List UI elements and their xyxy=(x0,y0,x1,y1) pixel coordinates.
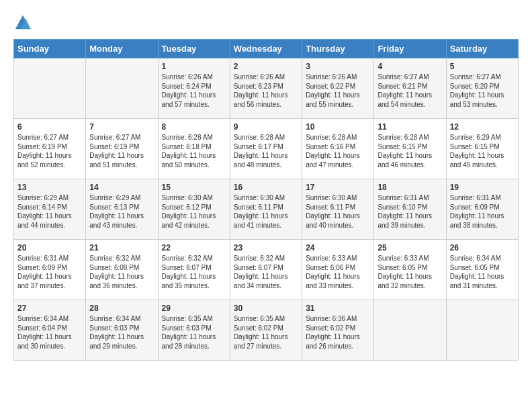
day-info: Sunrise: 6:36 AM Sunset: 6:02 PM Dayligh… xyxy=(306,314,370,351)
day-info: Sunrise: 6:32 AM Sunset: 6:07 PM Dayligh… xyxy=(234,254,298,290)
day-info: Sunrise: 6:30 AM Sunset: 6:12 PM Dayligh… xyxy=(162,193,226,230)
logo-icon xyxy=(13,13,32,32)
calendar-cell: 2Sunrise: 6:26 AM Sunset: 6:23 PM Daylig… xyxy=(230,58,302,119)
day-number: 6 xyxy=(17,122,82,132)
day-info: Sunrise: 6:31 AM Sunset: 6:09 PM Dayligh… xyxy=(17,254,82,290)
day-number: 27 xyxy=(17,304,82,313)
day-number: 14 xyxy=(89,183,154,192)
day-number: 16 xyxy=(234,183,298,192)
day-number: 20 xyxy=(17,243,82,253)
day-number: 23 xyxy=(234,243,298,253)
day-number: 24 xyxy=(306,243,370,253)
calendar-cell: 19Sunrise: 6:31 AM Sunset: 6:09 PM Dayli… xyxy=(446,179,518,240)
day-number: 25 xyxy=(378,243,442,253)
calendar-cell: 28Sunrise: 6:34 AM Sunset: 6:03 PM Dayli… xyxy=(86,300,158,361)
day-number: 19 xyxy=(450,183,515,192)
calendar-cell: 30Sunrise: 6:35 AM Sunset: 6:02 PM Dayli… xyxy=(230,300,302,361)
day-number: 11 xyxy=(378,122,442,132)
calendar-cell: 4Sunrise: 6:27 AM Sunset: 6:21 PM Daylig… xyxy=(374,58,446,119)
day-header-thursday: Thursday xyxy=(302,40,374,58)
day-info: Sunrise: 6:27 AM Sunset: 6:21 PM Dayligh… xyxy=(378,73,442,109)
day-info: Sunrise: 6:31 AM Sunset: 6:10 PM Dayligh… xyxy=(378,193,442,230)
day-header-monday: Monday xyxy=(86,40,158,58)
calendar-cell: 10Sunrise: 6:28 AM Sunset: 6:16 PM Dayli… xyxy=(302,119,374,179)
calendar-cell: 9Sunrise: 6:28 AM Sunset: 6:17 PM Daylig… xyxy=(230,119,302,179)
calendar-week-1: 1Sunrise: 6:26 AM Sunset: 6:24 PM Daylig… xyxy=(14,58,519,119)
day-info: Sunrise: 6:31 AM Sunset: 6:09 PM Dayligh… xyxy=(450,193,515,230)
day-number: 21 xyxy=(89,243,154,253)
calendar-cell: 14Sunrise: 6:29 AM Sunset: 6:13 PM Dayli… xyxy=(86,179,158,240)
day-info: Sunrise: 6:32 AM Sunset: 6:07 PM Dayligh… xyxy=(162,254,226,290)
calendar-cell: 26Sunrise: 6:34 AM Sunset: 6:05 PM Dayli… xyxy=(446,240,518,300)
day-number: 8 xyxy=(162,122,226,132)
calendar-cell: 15Sunrise: 6:30 AM Sunset: 6:12 PM Dayli… xyxy=(158,179,230,240)
calendar-cell: 7Sunrise: 6:27 AM Sunset: 6:19 PM Daylig… xyxy=(86,119,158,179)
day-header-tuesday: Tuesday xyxy=(158,40,230,58)
page-header xyxy=(13,13,519,32)
calendar-header-row: SundayMondayTuesdayWednesdayThursdayFrid… xyxy=(14,40,519,58)
calendar-cell: 16Sunrise: 6:30 AM Sunset: 6:11 PM Dayli… xyxy=(230,179,302,240)
calendar-cell: 21Sunrise: 6:32 AM Sunset: 6:08 PM Dayli… xyxy=(86,240,158,300)
day-info: Sunrise: 6:32 AM Sunset: 6:08 PM Dayligh… xyxy=(89,254,154,290)
day-number: 7 xyxy=(89,122,154,132)
day-number: 2 xyxy=(234,62,298,71)
calendar-cell: 8Sunrise: 6:28 AM Sunset: 6:18 PM Daylig… xyxy=(158,119,230,179)
calendar-cell: 17Sunrise: 6:30 AM Sunset: 6:11 PM Dayli… xyxy=(302,179,374,240)
calendar-cell: 5Sunrise: 6:27 AM Sunset: 6:20 PM Daylig… xyxy=(446,58,518,119)
day-number: 31 xyxy=(306,304,370,313)
day-info: Sunrise: 6:28 AM Sunset: 6:17 PM Dayligh… xyxy=(234,133,298,169)
calendar-cell: 18Sunrise: 6:31 AM Sunset: 6:10 PM Dayli… xyxy=(374,179,446,240)
calendar-cell: 29Sunrise: 6:35 AM Sunset: 6:03 PM Dayli… xyxy=(158,300,230,361)
day-info: Sunrise: 6:34 AM Sunset: 6:04 PM Dayligh… xyxy=(17,314,82,351)
day-info: Sunrise: 6:28 AM Sunset: 6:15 PM Dayligh… xyxy=(378,133,442,169)
day-number: 5 xyxy=(450,62,515,71)
day-info: Sunrise: 6:33 AM Sunset: 6:05 PM Dayligh… xyxy=(378,254,442,290)
calendar-week-3: 13Sunrise: 6:29 AM Sunset: 6:14 PM Dayli… xyxy=(14,179,519,240)
calendar-cell: 23Sunrise: 6:32 AM Sunset: 6:07 PM Dayli… xyxy=(230,240,302,300)
calendar-table: SundayMondayTuesdayWednesdayThursdayFrid… xyxy=(13,39,519,361)
day-info: Sunrise: 6:30 AM Sunset: 6:11 PM Dayligh… xyxy=(234,193,298,230)
day-number: 17 xyxy=(306,183,370,192)
day-info: Sunrise: 6:29 AM Sunset: 6:14 PM Dayligh… xyxy=(17,193,82,230)
calendar-cell: 22Sunrise: 6:32 AM Sunset: 6:07 PM Dayli… xyxy=(158,240,230,300)
calendar-cell: 3Sunrise: 6:26 AM Sunset: 6:22 PM Daylig… xyxy=(302,58,374,119)
calendar-cell: 6Sunrise: 6:27 AM Sunset: 6:19 PM Daylig… xyxy=(14,119,86,179)
day-info: Sunrise: 6:26 AM Sunset: 6:22 PM Dayligh… xyxy=(306,73,370,109)
day-info: Sunrise: 6:34 AM Sunset: 6:05 PM Dayligh… xyxy=(450,254,515,290)
day-number: 22 xyxy=(162,243,226,253)
calendar-cell: 12Sunrise: 6:29 AM Sunset: 6:15 PM Dayli… xyxy=(446,119,518,179)
day-info: Sunrise: 6:35 AM Sunset: 6:03 PM Dayligh… xyxy=(162,314,226,351)
calendar-cell xyxy=(86,58,158,119)
day-number: 28 xyxy=(89,304,154,313)
day-info: Sunrise: 6:34 AM Sunset: 6:03 PM Dayligh… xyxy=(89,314,154,351)
day-header-saturday: Saturday xyxy=(446,40,518,58)
calendar-week-4: 20Sunrise: 6:31 AM Sunset: 6:09 PM Dayli… xyxy=(14,240,519,300)
calendar-cell: 31Sunrise: 6:36 AM Sunset: 6:02 PM Dayli… xyxy=(302,300,374,361)
calendar-cell: 1Sunrise: 6:26 AM Sunset: 6:24 PM Daylig… xyxy=(158,58,230,119)
day-number: 13 xyxy=(17,183,82,192)
day-header-friday: Friday xyxy=(374,40,446,58)
calendar-cell xyxy=(374,300,446,361)
calendar-cell: 11Sunrise: 6:28 AM Sunset: 6:15 PM Dayli… xyxy=(374,119,446,179)
calendar-cell: 24Sunrise: 6:33 AM Sunset: 6:06 PM Dayli… xyxy=(302,240,374,300)
day-info: Sunrise: 6:29 AM Sunset: 6:15 PM Dayligh… xyxy=(450,133,515,169)
day-number: 1 xyxy=(162,62,226,71)
calendar-cell: 25Sunrise: 6:33 AM Sunset: 6:05 PM Dayli… xyxy=(374,240,446,300)
day-info: Sunrise: 6:26 AM Sunset: 6:24 PM Dayligh… xyxy=(162,73,226,109)
day-info: Sunrise: 6:27 AM Sunset: 6:19 PM Dayligh… xyxy=(17,133,82,169)
day-number: 4 xyxy=(378,62,442,71)
day-number: 30 xyxy=(234,304,298,313)
day-number: 12 xyxy=(450,122,515,132)
calendar-cell: 20Sunrise: 6:31 AM Sunset: 6:09 PM Dayli… xyxy=(14,240,86,300)
calendar-cell xyxy=(446,300,518,361)
calendar-cell: 27Sunrise: 6:34 AM Sunset: 6:04 PM Dayli… xyxy=(14,300,86,361)
day-info: Sunrise: 6:28 AM Sunset: 6:16 PM Dayligh… xyxy=(306,133,370,169)
logo xyxy=(13,13,35,32)
day-info: Sunrise: 6:27 AM Sunset: 6:19 PM Dayligh… xyxy=(89,133,154,169)
calendar-cell: 13Sunrise: 6:29 AM Sunset: 6:14 PM Dayli… xyxy=(14,179,86,240)
day-number: 29 xyxy=(162,304,226,313)
day-number: 9 xyxy=(234,122,298,132)
day-header-sunday: Sunday xyxy=(14,40,86,58)
calendar-week-2: 6Sunrise: 6:27 AM Sunset: 6:19 PM Daylig… xyxy=(14,119,519,179)
day-info: Sunrise: 6:28 AM Sunset: 6:18 PM Dayligh… xyxy=(162,133,226,169)
